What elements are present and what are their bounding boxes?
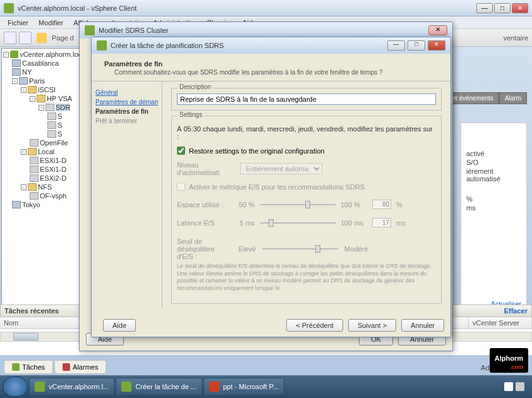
space-value	[372, 200, 391, 209]
col-vcenter[interactable]: vCenter Server	[469, 317, 532, 329]
maximize-button[interactable]: □	[494, 3, 511, 13]
tree-item[interactable]: OF-vsph	[40, 192, 66, 200]
tree-item[interactable]: S	[57, 130, 62, 138]
settings-legend: Settings	[177, 111, 205, 118]
wizard-help-button[interactable]: Aide	[103, 319, 136, 332]
nav-start-params[interactable]: Paramètres de démarra	[95, 97, 158, 107]
taskbar: vCenter.alphorm.l... Créer la tâche de .…	[0, 375, 532, 398]
imbalance-label: Seuil de déséquilibre d'E/S :	[177, 238, 227, 260]
description-legend: Description	[177, 83, 214, 90]
schedule-text: À 05:30 chaque lundi, mardi, mercredi, j…	[177, 125, 436, 140]
tree-item[interactable]: Tokyo	[22, 201, 40, 208]
tree-item[interactable]: ESXi2-D	[40, 174, 66, 182]
tree-toggle[interactable]: -	[12, 78, 18, 84]
inventory-label: ventaire	[504, 34, 528, 42]
nav-general[interactable]: Général	[95, 88, 158, 97]
tree-toggle[interactable]: -	[21, 149, 27, 155]
tree-item[interactable]: ESXi1-D	[40, 157, 66, 164]
datastore-icon	[30, 139, 39, 147]
wizard-close-button[interactable]: ✕	[428, 40, 445, 51]
tree-item-selected[interactable]: SDR	[56, 104, 70, 111]
tree-root[interactable]: vCenter.alphorm.loc	[20, 51, 82, 58]
wizard-next-button[interactable]: Suivant >	[348, 319, 396, 332]
space-unit: %	[396, 201, 402, 208]
wizard-prev-button[interactable]: < Précédent	[286, 319, 343, 332]
tray-icon[interactable]	[516, 382, 524, 391]
tree-item[interactable]: S	[57, 121, 62, 129]
home-icon[interactable]	[37, 33, 47, 43]
imbalance-help-text: Le seuil de déséquilibre E/S détermine l…	[177, 263, 436, 292]
space-slider	[260, 204, 336, 205]
taskbar-item[interactable]: Créer la tâche de ...	[116, 378, 202, 395]
tree-toggle[interactable]: -	[21, 184, 27, 190]
folder-icon	[28, 148, 37, 155]
tree-item[interactable]: Local	[38, 148, 54, 155]
breadcrumb: Page d	[52, 34, 74, 42]
powerpoint-icon	[209, 382, 219, 392]
tree-toggle[interactable]: -	[21, 87, 27, 93]
start-button[interactable]	[3, 377, 28, 397]
clear-link[interactable]: Effacer	[504, 307, 528, 315]
inventory-tree[interactable]: -vCenter.alphorm.loc Casablanca NY -Pari…	[1, 48, 83, 317]
status-tab-alarms[interactable]: Alarmes	[54, 360, 106, 374]
summary-panel: activé S/O ièrement automatisé % ms Actu…	[461, 123, 527, 332]
settings-fieldset: Settings À 05:30 chaque lundi, mardi, me…	[171, 116, 442, 304]
tree-item[interactable]: HP VSA	[47, 95, 72, 102]
status-tab-tasks[interactable]: Tâches	[4, 360, 53, 374]
close-button[interactable]: ✕	[512, 3, 528, 13]
nav-end-params[interactable]: Paramètres de fin	[95, 107, 158, 116]
tree-item[interactable]: Casablanca	[22, 59, 59, 67]
tree-toggle[interactable]: -	[30, 96, 35, 102]
app-icon	[4, 3, 14, 13]
tree-item[interactable]: NY	[22, 68, 32, 76]
taskbar-item[interactable]: ppt - Microsoft P...	[203, 378, 284, 395]
menu-fichier[interactable]: Fichier	[3, 18, 33, 28]
tree-item[interactable]: iSCSI	[38, 86, 56, 93]
minimize-button[interactable]: —	[476, 3, 493, 13]
restore-checkbox[interactable]	[177, 147, 185, 155]
nav-ready: Prêt à terminer	[95, 116, 158, 126]
folder-icon	[28, 86, 37, 93]
latency-max: 100 ms	[341, 219, 367, 227]
info-line: ièrement automatisé	[466, 167, 521, 183]
automation-label: Niveau d'automatisati	[177, 161, 240, 176]
taskbar-item[interactable]: vCenter.alphorm.l...	[29, 378, 114, 395]
sdrs-schedule-wizard: Créer la tâche de planification SDRS — □…	[91, 37, 451, 337]
info-line: ms	[466, 204, 521, 212]
tray-icon[interactable]	[504, 382, 513, 391]
tree-item[interactable]: ESXi1-D	[40, 166, 66, 173]
system-tray[interactable]	[504, 382, 529, 391]
latency-value	[372, 218, 391, 227]
tab-alarms[interactable]: Alarm	[499, 92, 527, 104]
tree-item[interactable]: NFS	[38, 183, 52, 191]
tree-item[interactable]: S	[57, 112, 62, 120]
datastore-icon	[47, 112, 56, 120]
menu-modifier[interactable]: Modifier	[33, 18, 68, 28]
dialog1-close-button[interactable]: ✕	[428, 25, 447, 35]
space-min: 50 %	[233, 201, 255, 208]
dialog1-title: Modifier SDRS Cluster	[99, 27, 428, 34]
forward-button[interactable]	[19, 32, 32, 44]
tab-events[interactable]: et événements	[446, 92, 499, 104]
info-line: %	[466, 195, 521, 203]
datastore-icon	[30, 192, 39, 200]
io-metric-checkbox	[177, 183, 185, 191]
io-metric-label: Activer le métrique E/S pour les recomma…	[189, 183, 365, 191]
recent-tasks-title: Tâches récentes	[4, 307, 59, 315]
tree-toggle[interactable]: -	[3, 52, 9, 57]
alarms-icon	[63, 363, 70, 371]
watermark: Alphorm.com	[490, 348, 528, 373]
datacenter-icon	[12, 59, 21, 67]
latency-slider	[260, 222, 336, 224]
tree-item[interactable]: Paris	[29, 77, 45, 85]
tree-item[interactable]: OpenFile	[40, 139, 68, 147]
dialog-icon	[85, 25, 95, 35]
wizard-minimize-button[interactable]: —	[387, 40, 405, 51]
datastore-cluster-icon	[45, 104, 54, 111]
dialog-icon	[97, 40, 107, 51]
tree-toggle[interactable]: -	[39, 105, 44, 111]
back-button[interactable]	[4, 32, 16, 44]
wizard-maximize-button[interactable]: □	[408, 40, 425, 51]
description-input[interactable]	[177, 93, 436, 105]
wizard-cancel-button[interactable]: Annuler	[401, 319, 444, 332]
